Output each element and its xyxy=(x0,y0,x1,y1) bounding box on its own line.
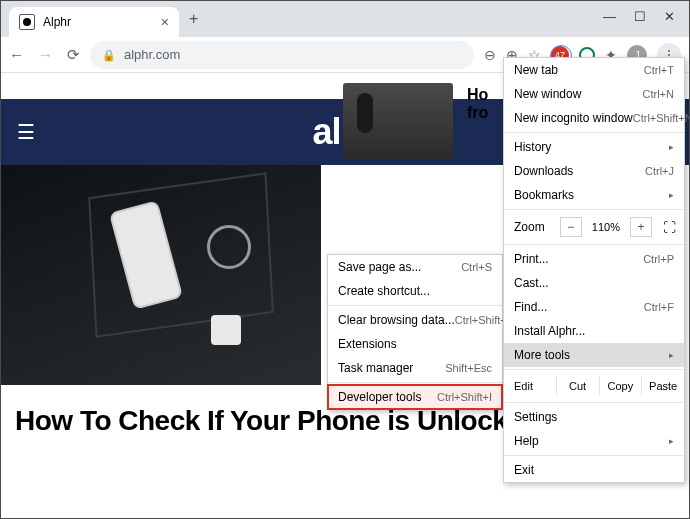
menu-print[interactable]: Print...Ctrl+P xyxy=(504,247,684,271)
submenu-save-page[interactable]: Save page as...Ctrl+S xyxy=(328,255,502,279)
tab-title: Alphr xyxy=(43,15,71,29)
menu-downloads[interactable]: DownloadsCtrl+J xyxy=(504,159,684,183)
menu-settings[interactable]: Settings xyxy=(504,405,684,429)
lock-icon xyxy=(102,47,116,62)
zoom-plus-button[interactable]: + xyxy=(630,217,652,237)
maximize-icon[interactable]: ☐ xyxy=(634,9,646,24)
cut-button[interactable]: Cut xyxy=(557,376,600,396)
url-text: alphr.com xyxy=(124,47,180,62)
reload-icon[interactable]: ⟳ xyxy=(67,46,80,64)
zoom-minus-button[interactable]: − xyxy=(560,217,582,237)
menu-history[interactable]: History▸ xyxy=(504,135,684,159)
close-tab-icon[interactable]: × xyxy=(161,14,169,30)
paste-button[interactable]: Paste xyxy=(642,376,684,396)
chevron-right-icon: ▸ xyxy=(669,190,674,200)
menu-help[interactable]: Help▸ xyxy=(504,429,684,453)
card-thumbnail xyxy=(343,83,453,159)
menu-bookmarks[interactable]: Bookmarks▸ xyxy=(504,183,684,207)
close-icon[interactable]: ✕ xyxy=(664,9,675,24)
menu-edit-row: Edit Cut Copy Paste xyxy=(504,372,684,400)
menu-more-tools[interactable]: More tools▸ xyxy=(504,343,684,367)
menu-install[interactable]: Install Alphr... xyxy=(504,319,684,343)
chrome-menu: New tabCtrl+T New windowCtrl+N New incog… xyxy=(503,57,685,483)
submenu-create-shortcut[interactable]: Create shortcut... xyxy=(328,279,502,303)
chevron-right-icon: ▸ xyxy=(669,350,674,360)
submenu-extensions[interactable]: Extensions xyxy=(328,332,502,356)
submenu-task-manager[interactable]: Task managerShift+Esc xyxy=(328,356,502,380)
zoom-value: 110% xyxy=(592,221,620,233)
copy-button[interactable]: Copy xyxy=(600,376,643,396)
minimize-icon[interactable]: — xyxy=(603,9,616,24)
menu-incognito[interactable]: New incognito windowCtrl+Shift+N xyxy=(504,106,684,130)
address-bar[interactable]: alphr.com xyxy=(90,41,474,69)
back-icon[interactable]: ← xyxy=(9,46,24,64)
fullscreen-icon[interactable]: ⛶ xyxy=(658,217,680,237)
submenu-developer-tools[interactable]: Developer toolsCtrl+Shift+I xyxy=(328,385,502,409)
hero-image xyxy=(1,165,321,385)
zoom-label: Zoom xyxy=(514,220,554,234)
new-tab-button[interactable]: + xyxy=(179,10,208,28)
browser-tab[interactable]: Alphr × xyxy=(9,7,179,37)
favicon-icon xyxy=(19,14,35,30)
menu-zoom: Zoom − 110% + ⛶ xyxy=(504,212,684,242)
edit-label: Edit xyxy=(504,376,557,396)
submenu-clear-data[interactable]: Clear browsing data...Ctrl+Shift+Del xyxy=(328,308,502,332)
hamburger-icon[interactable]: ☰ xyxy=(17,120,35,144)
chevron-right-icon: ▸ xyxy=(669,436,674,446)
menu-new-tab[interactable]: New tabCtrl+T xyxy=(504,58,684,82)
zoom-out-toolbar-icon[interactable]: ⊖ xyxy=(484,47,496,63)
menu-exit[interactable]: Exit xyxy=(504,458,684,482)
chevron-right-icon: ▸ xyxy=(669,142,674,152)
menu-find[interactable]: Find...Ctrl+F xyxy=(504,295,684,319)
forward-icon: → xyxy=(38,46,53,64)
more-tools-submenu: Save page as...Ctrl+S Create shortcut...… xyxy=(327,254,503,410)
menu-new-window[interactable]: New windowCtrl+N xyxy=(504,82,684,106)
window-controls: — ☐ ✕ xyxy=(603,1,689,24)
menu-cast[interactable]: Cast... xyxy=(504,271,684,295)
window-titlebar: Alphr × + — ☐ ✕ xyxy=(1,1,689,37)
